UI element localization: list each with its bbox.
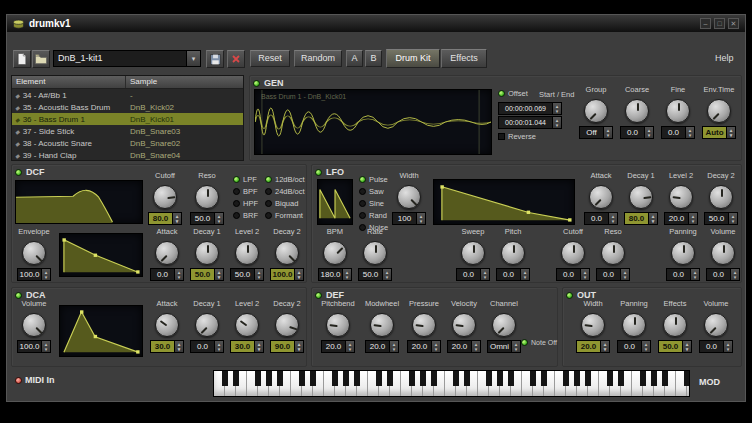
volume-spinbox[interactable]: 100.0 [17,340,51,353]
decay1-spinbox[interactable]: 50.0 [190,268,224,281]
gen-end-spinbox[interactable]: 00:00:01.044 [498,116,562,129]
reso-spinbox[interactable]: 50.0 [190,212,224,225]
dcf-filter-graph[interactable] [15,180,143,224]
element-row[interactable]: 34 - A#/Bb 1- [12,89,243,101]
gen-offset-checkbox[interactable]: Offset [498,89,528,98]
dcf-envelope-graph[interactable] [59,233,143,277]
coarse-spinbox[interactable]: 0.0 [620,126,654,139]
radio-brf[interactable]: BRF [233,211,258,220]
cutoff-knob[interactable] [561,241,585,265]
level2-knob[interactable] [235,313,259,337]
radio-12db[interactable]: 12dB/oct [265,175,305,184]
lfo-wave-graph[interactable] [317,179,353,225]
close-button[interactable] [728,18,739,29]
delete-preset-button[interactable] [227,50,245,68]
level2-knob[interactable] [235,241,259,265]
pitchbend-knob[interactable] [326,313,350,337]
attack-knob[interactable] [589,185,613,209]
gen-start-spinbox[interactable]: 00:00:00.069 [498,102,562,115]
channel-spinbox[interactable]: Omni [487,340,521,353]
radio-hpf[interactable]: HPF [233,199,258,208]
preset-a-button[interactable]: A [346,50,363,67]
save-preset-button[interactable] [206,50,224,68]
attack-spinbox[interactable]: 0.0 [584,212,618,225]
pressure-knob[interactable] [412,313,436,337]
panning-knob[interactable] [622,313,646,337]
pressure-spinbox[interactable]: 20.0 [407,340,441,353]
coarse-knob[interactable] [625,99,649,123]
help-menu[interactable]: Help [715,53,734,63]
envtime-spinbox[interactable]: Auto [702,126,736,139]
tab-effects[interactable]: Effects [441,49,487,68]
element-row[interactable]: 39 - Hand ClapDnB_Snare04 [12,149,243,161]
fine-knob[interactable] [666,99,690,123]
preset-b-button[interactable]: B [365,50,382,67]
radio-formant[interactable]: Formant [265,211,305,220]
group-knob[interactable] [584,99,608,123]
dca-envelope-graph[interactable] [59,305,143,357]
decay1-spinbox[interactable]: 80.0 [624,212,658,225]
width-spinbox[interactable]: 100 [392,212,426,225]
decay2-knob[interactable] [275,313,299,337]
reso-knob[interactable] [601,241,625,265]
level2-knob[interactable] [669,185,693,209]
decay2-spinbox[interactable]: 100.0 [270,268,304,281]
width-knob[interactable] [397,185,421,209]
velocity-knob[interactable] [452,313,476,337]
rate-knob[interactable] [363,241,387,265]
decay1-knob[interactable] [629,185,653,209]
radio-bpf[interactable]: BPF [233,187,258,196]
reset-button[interactable]: Reset [250,50,290,67]
sweep-knob[interactable] [461,241,485,265]
level2-spinbox[interactable]: 20.0 [664,212,698,225]
decay1-spinbox[interactable]: 0.0 [190,340,224,353]
element-row[interactable]: 38 - Acoustic SnareDnB_Snare02 [12,137,243,149]
piano-keyboard[interactable] [213,370,690,397]
decay2-spinbox[interactable]: 50.0 [704,212,738,225]
effects-knob[interactable] [663,313,687,337]
level2-spinbox[interactable]: 30.0 [230,340,264,353]
random-button[interactable]: Random [294,50,342,67]
decay1-knob[interactable] [195,313,219,337]
gen-waveform-display[interactable]: Bass Drum 1 - DnB_Kick01 [254,89,492,155]
cutoff-spinbox[interactable]: 80.0 [148,212,182,225]
element-row-selected[interactable]: 36 - Bass Drum 1DnB_Kick01 [12,113,243,125]
modwheel-knob[interactable] [370,313,394,337]
titlebar[interactable]: drumkv1 [7,15,745,32]
radio-biquad[interactable]: Biquad [265,199,305,208]
lfo-envelope-graph[interactable] [433,179,575,225]
element-row[interactable]: 35 - Acoustic Bass DrumDnB_Kick02 [12,101,243,113]
volume-spinbox[interactable]: 0.0 [699,340,733,353]
attack-knob[interactable] [155,313,179,337]
group-spinbox[interactable]: Off [579,126,613,139]
panning-spinbox[interactable]: 0.0 [617,340,651,353]
tab-drum-kit[interactable]: Drum Kit [386,49,440,68]
decay1-knob[interactable] [195,241,219,265]
panning-knob[interactable] [671,241,695,265]
velocity-spinbox[interactable]: 20.0 [447,340,481,353]
radio-sine[interactable]: Sine [359,199,388,208]
preset-combobox[interactable]: DnB_1-kit1 [53,50,201,67]
envelope-spinbox[interactable]: 100.0 [17,268,51,281]
panning-spinbox[interactable]: 0.0 [666,268,700,281]
volume-knob[interactable] [704,313,728,337]
volume-spinbox[interactable]: 0.0 [706,268,740,281]
gen-reverse-checkbox[interactable]: Reverse [498,132,536,141]
reso-knob[interactable] [195,185,219,209]
column-sample[interactable]: Sample [126,76,243,88]
radio-rand[interactable]: Rand [359,211,388,220]
attack-spinbox[interactable]: 0.0 [150,268,184,281]
minimize-button[interactable] [700,18,711,29]
width-spinbox[interactable]: 20.0 [576,340,610,353]
radio-lpf[interactable]: LPF [233,175,258,184]
element-row[interactable]: 37 - Side StickDnB_Snare03 [12,125,243,137]
reso-spinbox[interactable]: 0.0 [596,268,630,281]
open-preset-button[interactable] [32,50,50,68]
decay2-knob[interactable] [709,185,733,209]
attack-knob[interactable] [155,241,179,265]
envelope-knob[interactable] [22,241,46,265]
width-knob[interactable] [581,313,605,337]
level2-spinbox[interactable]: 50.0 [230,268,264,281]
bpm-knob[interactable] [323,241,347,265]
channel-knob[interactable] [492,313,516,337]
